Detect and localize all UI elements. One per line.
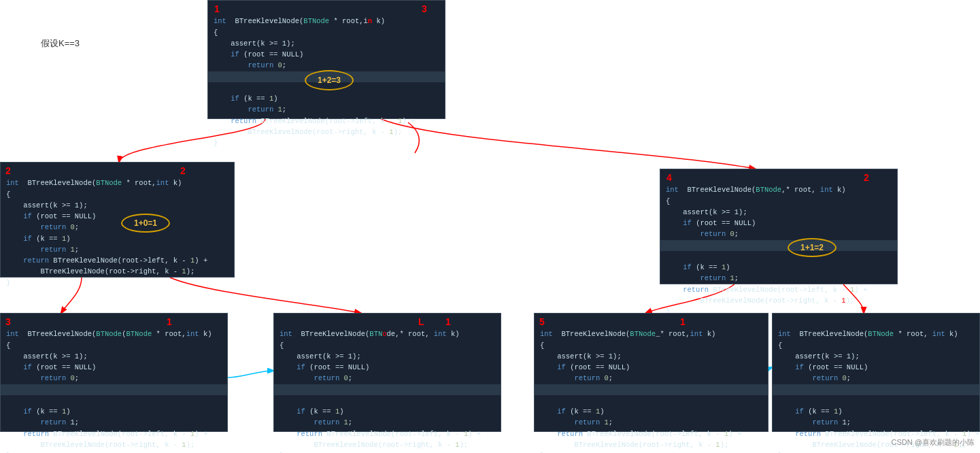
mid-left-anno-2a: 2 — [5, 165, 11, 176]
top-anno-3: 3 — [422, 3, 427, 14]
bot1-anno-3: 3 — [5, 316, 11, 327]
mid-right-anno-2: 2 — [864, 172, 869, 183]
code-box-bot-2: int BTreeKlevelNode(BTNode,* root, int k… — [273, 313, 501, 432]
bot1-anno-1: 1 — [167, 316, 172, 327]
watermark: CSDN @喜欢刷题的小陈 — [892, 437, 975, 448]
top-oval: 1+2=3 — [305, 70, 354, 90]
bot2-anno-l: L — [418, 316, 424, 327]
code-box-bot-3: int BTreeKlevelNode(BTNode_* root,int k)… — [534, 313, 768, 432]
mid-left-oval: 1+0=1 — [121, 214, 170, 233]
code-box-bot-1: int BTreeKlevelNode(BTNode(BTNode * root… — [0, 313, 228, 432]
code-box-mid-right: int BTreeKlevelNode(BTNode,* root, int k… — [660, 169, 898, 284]
code-box-mid-left: int BTreeKlevelNode(BTNode * root,int k)… — [0, 162, 235, 278]
mid-right-anno-4: 4 — [666, 172, 672, 183]
top-anno-1: 1 — [214, 3, 220, 14]
code-box-top: int BTreeKlevelNode(BTNode * root,in k) … — [207, 0, 445, 119]
code-box-bot-4: int BTreeKlevelNode(BTNode * root, int k… — [772, 313, 980, 432]
bot2-anno-1: 1 — [445, 316, 451, 327]
assumption-label: 假设K==3 — [41, 37, 80, 50]
bot3-anno-1: 1 — [680, 316, 686, 327]
mid-right-oval: 1+1=2 — [788, 238, 837, 257]
mid-left-anno-2b: 2 — [180, 165, 186, 176]
bot3-anno-5: 5 — [539, 316, 545, 327]
